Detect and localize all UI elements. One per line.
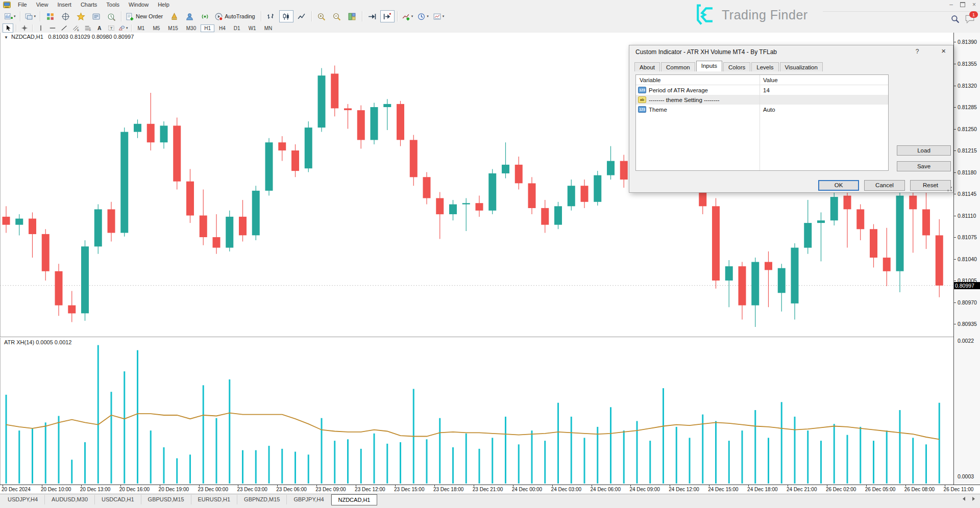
notifications-icon[interactable]: 1 (965, 14, 975, 23)
periods-button[interactable]: ▾ (415, 10, 430, 22)
save-button[interactable]: Save (897, 161, 951, 171)
value-cell[interactable]: Auto (760, 107, 775, 113)
time-axis-label: 26 Dec 11:00 (944, 487, 974, 492)
table-row[interactable]: 123ThemeAuto (636, 105, 888, 114)
dialog-help-button[interactable]: ? (913, 48, 921, 55)
dialog-tab-common[interactable]: Common (661, 62, 695, 71)
tab-scroll-right-icon[interactable] (972, 497, 975, 501)
alerts-icon (170, 12, 179, 21)
timeframe-d1-button[interactable]: D1 (230, 24, 244, 32)
menu-file[interactable]: File (13, 1, 32, 9)
toolbar-separator (40, 11, 40, 21)
indicator-settings-dialog: Custom Indicator - ATR XH Volume MT4 - B… (629, 45, 953, 193)
indicators-list-button[interactable]: ▾ (400, 10, 415, 22)
price-axis-label: 0.81110 (958, 213, 976, 219)
chart-tab-gbpjpy-h4[interactable]: GBPJPY,H4 (287, 495, 331, 504)
community-button[interactable] (182, 10, 197, 22)
timeframe-h4-button[interactable]: H4 (215, 24, 229, 32)
horizontal-line-button[interactable] (47, 23, 58, 33)
timeframe-w1-button[interactable]: W1 (245, 24, 260, 32)
timeframe-m1-button[interactable]: M1 (134, 24, 149, 32)
new-order-button[interactable]: New Order (124, 10, 166, 22)
data-window-button[interactable] (58, 10, 72, 22)
dialog-tab-levels[interactable]: Levels (751, 62, 778, 71)
table-row[interactable]: ab-------- theme Setting -------- (636, 95, 888, 105)
new-chart-button[interactable]: ▾ (3, 10, 17, 22)
table-header-row: Variable Value (636, 75, 888, 85)
tab-scroll-left-icon[interactable] (963, 497, 965, 501)
indicator-separator[interactable] (0, 337, 953, 338)
timeframe-m30-button[interactable]: M30 (183, 24, 200, 32)
chevron-down-icon[interactable]: ▼ (4, 35, 8, 40)
alerts-button[interactable] (167, 10, 181, 22)
vertical-line-button[interactable] (35, 23, 46, 33)
time-axis-label: 26 Dec 05:00 (865, 487, 896, 492)
minimize-button[interactable]: – (949, 1, 953, 8)
menu-insert[interactable]: Insert (53, 1, 76, 9)
chart-tab-audusd-m30[interactable]: AUDUSD,M30 (45, 495, 95, 504)
price-axis-label: 0.81040 (958, 256, 977, 262)
chart-tab-gbpnzd-m15[interactable]: GBPNZD,M15 (237, 495, 287, 504)
chart-tab-eurusd-h1[interactable]: EURUSD,H1 (191, 495, 238, 504)
ok-button[interactable]: OK (818, 180, 859, 191)
templates-button[interactable]: ▾ (431, 10, 446, 22)
time-axis[interactable]: 20 Dec 202420 Dec 10:0020 Dec 13:0020 De… (0, 485, 980, 494)
menu-charts[interactable]: Charts (76, 1, 102, 9)
market-watch-icon (46, 12, 55, 21)
shapes-button[interactable]: ▾ (117, 23, 129, 33)
chart-tab-usdjpy-h4[interactable]: USDJPY,H4 (1, 495, 45, 504)
menu-help[interactable]: Help (153, 1, 174, 9)
search-icon[interactable] (951, 15, 960, 23)
chart-tab-usdcad-h1[interactable]: USDCAD,H1 (95, 495, 141, 504)
dialog-tab-about[interactable]: About (634, 62, 660, 71)
profiles-button[interactable]: ▾ (23, 10, 38, 22)
price-axis[interactable]: 0.813900.813550.813200.812850.812500.812… (954, 33, 980, 485)
equidistant-channel-button[interactable]: E (70, 23, 81, 33)
crosshair-button[interactable] (19, 23, 30, 33)
zoom-out-button[interactable] (330, 10, 344, 22)
chart-shift-button[interactable] (380, 10, 395, 22)
text-button[interactable]: A (94, 23, 105, 33)
fibonacci-retracement-button[interactable]: F (82, 23, 93, 33)
dialog-close-button[interactable]: × (941, 46, 946, 55)
chart-tab-gbpusd-m15[interactable]: GBPUSD,M15 (141, 495, 191, 504)
value-cell[interactable]: 14 (760, 87, 770, 93)
menu-tools[interactable]: Tools (102, 1, 124, 9)
candlestick-chart-button[interactable] (279, 10, 293, 22)
menu-view[interactable]: View (32, 1, 53, 9)
table-column-divider (760, 75, 760, 170)
text-label-button[interactable]: T (106, 23, 116, 33)
dialog-resize-grip[interactable] (947, 187, 952, 191)
market-watch-button[interactable] (43, 10, 57, 22)
close-button[interactable]: × (972, 1, 976, 8)
menu-window[interactable]: Window (124, 1, 153, 9)
reset-button[interactable]: Reset (910, 180, 951, 191)
price-axis-tick (954, 194, 956, 194)
table-row[interactable]: 123Period of ATR Average14 (636, 85, 888, 95)
dialog-tab-visualization[interactable]: Visualization (780, 62, 823, 71)
timeframe-m15-button[interactable]: M15 (164, 24, 181, 32)
new-order-icon (126, 12, 134, 21)
tile-windows-button[interactable] (345, 10, 359, 22)
timeframe-m5-button[interactable]: M5 (149, 24, 163, 32)
timeframe-h1-button[interactable]: H1 (201, 24, 214, 32)
dialog-tab-colors[interactable]: Colors (723, 62, 750, 71)
strategy-tester-button[interactable] (104, 10, 118, 22)
signals-button[interactable] (198, 10, 212, 22)
line-chart-button[interactable] (295, 10, 309, 22)
load-button[interactable]: Load (897, 145, 951, 156)
navigator-button[interactable] (74, 10, 88, 22)
svg-text:T: T (110, 26, 112, 31)
dialog-tab-inputs[interactable]: Inputs (696, 61, 722, 71)
cursor-button[interactable] (3, 23, 13, 33)
cancel-button[interactable]: Cancel (864, 180, 905, 191)
autotrading-button[interactable]: AutoTrading (213, 10, 258, 22)
auto-scroll-button[interactable] (365, 10, 379, 22)
timeframe-mn-button[interactable]: MN (261, 24, 276, 32)
zoom-in-button[interactable] (314, 10, 329, 22)
chart-tab-nzdcad-h1[interactable]: NZDCAD,H1 (331, 494, 378, 505)
trendline-button[interactable] (59, 23, 69, 33)
restore-button[interactable] (960, 2, 965, 7)
bar-chart-button[interactable] (264, 10, 278, 22)
terminal-button[interactable] (89, 10, 103, 22)
